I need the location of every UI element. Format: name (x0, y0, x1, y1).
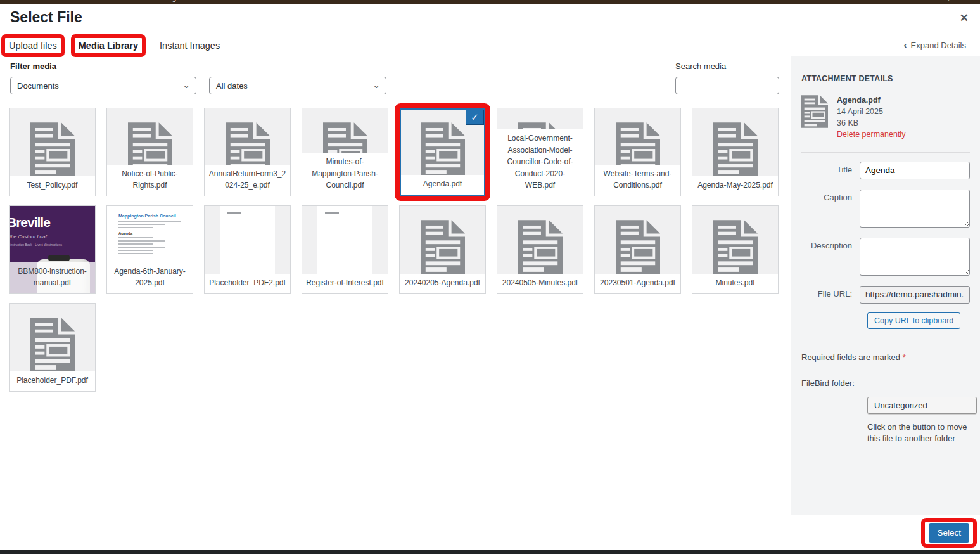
admin-bar-item: Events (265, 0, 289, 2)
media-item-Agenda-May-2025.pdf[interactable]: Agenda-May-2025.pdf (692, 108, 779, 196)
description-field[interactable] (860, 238, 970, 276)
media-item-AnnualReturnForm3_2024-25_e.pdf[interactable]: AnnualReturnForm3_2024-25_e.pdf (204, 108, 291, 196)
attachment-details-heading: ATTACHMENT DETAILS (801, 74, 970, 83)
required-asterisk: * (903, 352, 906, 362)
media-item-20240205-Agenda.pdf[interactable]: 20240205-Agenda.pdf (399, 205, 486, 294)
attachment-summary: Agenda.pdf 14 April 2025 36 KB Delete pe… (801, 94, 970, 141)
document-icon (801, 94, 828, 129)
close-icon[interactable]: ✕ (960, 11, 969, 25)
description-label: Description (801, 238, 860, 250)
file-name-label: 20240505-Minutes.pdf (497, 274, 583, 293)
modal-title: Select File (10, 9, 82, 26)
file-url-label: File URL: (801, 286, 860, 299)
caption-field[interactable] (860, 190, 970, 228)
media-select-modal: on Parish Council+ NewView MeetingDelete… (0, 0, 980, 554)
tab-media-library-label: Media Library (79, 41, 138, 51)
file-name-label: Minutes-of-Mappington-Parish-Council.pdf (302, 153, 388, 196)
file-name-label: Agenda.pdf (401, 175, 484, 195)
filebird-folder-button[interactable]: Uncategorized (867, 397, 977, 414)
sidebar-divider (801, 152, 970, 153)
file-name-label: Register-of-Interest.pdf (302, 274, 388, 293)
attachment-size: 36 KB (837, 117, 905, 129)
copy-url-button[interactable]: Copy URL to clipboard (867, 312, 960, 329)
file-name-label: BBM800-instruction-manual.pdf (10, 262, 95, 293)
caption-label: Caption (801, 190, 860, 202)
file-name-label: Minutes.pdf (692, 274, 778, 293)
media-item-Agenda.pdf[interactable]: ✓ Agenda.pdf (399, 108, 486, 196)
tab-instant-images-label: Instant Images (160, 41, 220, 51)
delete-permanently-link[interactable]: Delete permanently (837, 130, 905, 139)
media-item-Minutes.pdf[interactable]: Minutes.pdf (692, 205, 779, 294)
media-item-Test_Policy.pdf[interactable]: Test_Policy.pdf (9, 108, 96, 196)
media-item-Register-of-Interest.pdf[interactable]: Register-of-Interest.pdf (302, 205, 388, 294)
date-filter-dropdown[interactable]: All dates ⌄ (209, 77, 386, 94)
file-name-label: Test_Policy.pdf (10, 176, 95, 196)
admin-bar-bottom (0, 550, 980, 554)
expand-details-label: Expand Details (911, 41, 966, 50)
media-item-Placeholder_PDF.pdf[interactable]: Placeholder_PDF.pdf (9, 303, 96, 392)
attachment-date: 14 April 2025 (837, 106, 905, 117)
required-fields-note: Required fields are marked * (801, 342, 970, 362)
file-name-label: Placeholder_PDF2.pdf (205, 274, 290, 293)
admin-bar-item: Delete Cache (198, 0, 244, 2)
filebird-help-text: Click on the button to move this file to… (867, 422, 980, 446)
chevron-down-icon: ⌄ (372, 80, 380, 90)
tab-instant-images[interactable]: Instant Images (158, 39, 221, 52)
file-name-label: Website-Terms-and-Conditions.pdf (595, 165, 680, 196)
title-label: Title (801, 162, 860, 174)
admin-bar-item: View Meeting (130, 0, 176, 2)
file-name-label: Agenda-6th-January-2025.pdf (107, 262, 193, 293)
admin-bar-user: Hi, admin (940, 0, 972, 2)
media-library-panel: Filter media Documents ⌄ All dates ⌄ Sea… (0, 56, 791, 515)
media-item-Placeholder_PDF2.pdf[interactable]: Placeholder_PDF2.pdf (204, 205, 291, 294)
media-item-Minutes-of-Mappington-Parish-Council.pdf[interactable]: Minutes-of-Mappington-Parish-Council.pdf (302, 108, 388, 196)
file-name-label: Notice-of-Public-Rights.pdf (107, 165, 193, 196)
media-item-BBM800-instruction-manual.pdf[interactable]: Breville the Custom Loaf Instruction Boo… (9, 205, 96, 294)
file-name-label: Placeholder_PDF.pdf (10, 371, 95, 391)
search-media-label: Search media (675, 61, 726, 71)
media-type-filter-value: Documents (17, 81, 59, 91)
date-filter-value: All dates (216, 81, 248, 91)
tab-upload-files[interactable]: Upload files (8, 39, 58, 52)
selected-checkbox[interactable]: ✓ (466, 110, 484, 125)
chevron-left-icon: ‹ (904, 39, 907, 50)
media-modal-tabs: Upload files Media Library Instant Image… (8, 35, 221, 56)
admin-bar-item: on Parish Council (6, 0, 66, 2)
chevron-down-icon: ⌄ (182, 80, 190, 90)
media-item-Website-Terms-and-Conditions.pdf[interactable]: Website-Terms-and-Conditions.pdf (594, 108, 681, 196)
media-grid: Test_Policy.pdf Notice-of-Public-Rights.… (9, 108, 789, 392)
modal-footer: Select (0, 515, 980, 550)
title-field[interactable] (860, 162, 970, 179)
media-type-filter-dropdown[interactable]: Documents ⌄ (10, 77, 196, 94)
file-name-label: Local-Government-Association-Model-Counc… (497, 129, 583, 196)
media-item-20240505-Minutes.pdf[interactable]: 20240505-Minutes.pdf (497, 205, 583, 294)
select-button[interactable]: Select (929, 523, 969, 543)
file-name-label: 20240205-Agenda.pdf (400, 274, 485, 293)
media-item-Local-Government-Association-Model-Councillor-Code-of-Conduct-2020-WEB.pdf[interactable]: Local-Government-Association-Model-Counc… (497, 108, 583, 196)
search-media-input[interactable] (675, 77, 779, 94)
file-name-label: AnnualReturnForm3_2024-25_e.pdf (205, 165, 290, 196)
filter-media-label: Filter media (10, 61, 56, 71)
file-name-label: Agenda-May-2025.pdf (692, 176, 778, 196)
tab-upload-files-label: Upload files (9, 41, 57, 51)
attachment-details-sidebar: ATTACHMENT DETAILS Agenda.pdf 14 April 2… (791, 56, 980, 515)
file-url-field[interactable] (860, 286, 970, 304)
media-item-20230501-Agenda.pdf[interactable]: 20230501-Agenda.pdf (594, 205, 681, 294)
admin-bar-top: on Parish Council+ NewView MeetingDelete… (0, 0, 980, 4)
admin-bar-item: + New (87, 0, 109, 2)
expand-details-link[interactable]: ‹Expand Details (904, 39, 966, 50)
attachment-filename: Agenda.pdf (837, 94, 905, 106)
tab-media-library[interactable]: Media Library (77, 39, 139, 52)
file-name-label: 20230501-Agenda.pdf (595, 274, 680, 293)
media-item-Agenda-6th-January-2025.pdf[interactable]: Mappington Parish Council Agenda Agenda-… (106, 205, 193, 294)
filebird-folder-label: FileBird folder: (801, 378, 970, 388)
media-item-Notice-of-Public-Rights.pdf[interactable]: Notice-of-Public-Rights.pdf (106, 108, 193, 196)
